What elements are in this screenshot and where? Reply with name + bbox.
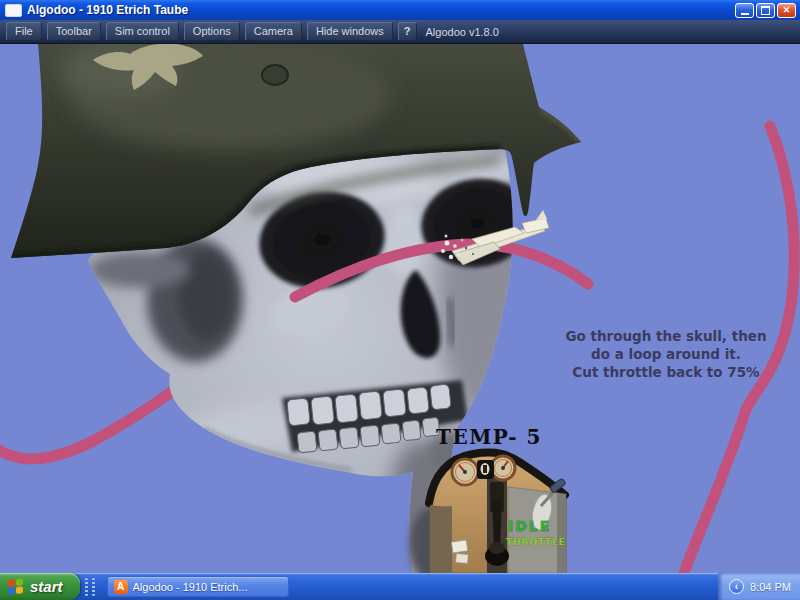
window-titlebar: Algodoo - 1910 Etrich Taube ✕ <box>0 0 800 20</box>
menu-item-options[interactable]: Options <box>184 22 240 41</box>
windows-flag-icon <box>8 578 25 596</box>
minimize-icon <box>741 13 749 15</box>
close-icon: ✕ <box>783 5 791 15</box>
gauge-center-slot <box>483 465 487 473</box>
restore-icon <box>761 6 770 15</box>
drag-handle-icon[interactable] <box>85 578 88 596</box>
start-button[interactable]: start <box>0 573 80 600</box>
instruction-text: Go through the skull, then do a loop aro… <box>565 328 766 380</box>
window-title: Algodoo - 1910 Etrich Taube <box>27 3 730 17</box>
panel-right-edge <box>557 494 566 573</box>
instruction-line-2: do a loop around it. <box>591 346 741 362</box>
simulation-scene: Go through the skull, then do a loop aro… <box>0 44 800 573</box>
system-tray: ‹ 8:04 PM <box>718 573 800 600</box>
scene-canvas[interactable]: Go through the skull, then do a loop aro… <box>0 44 800 573</box>
instruction-line-3: Cut throttle back to 75% <box>572 364 760 380</box>
algodoo-app-icon: A <box>114 580 128 594</box>
helmet-rivet <box>262 65 288 85</box>
placard-2 <box>456 553 469 563</box>
stick-knob-top <box>489 542 505 554</box>
task-label: Algodoo - 1910 Etrich... <box>133 581 248 593</box>
throttle-label: THROTTLE <box>506 536 566 547</box>
drag-handle-icon[interactable] <box>92 578 95 596</box>
close-button[interactable]: ✕ <box>777 3 796 18</box>
gauge-left <box>452 459 478 485</box>
restore-button[interactable] <box>756 3 775 18</box>
gauge-right <box>491 456 515 480</box>
menu-bar: File Toolbar Sim control Options Camera … <box>0 20 800 44</box>
menu-item-hide-windows[interactable]: Hide windows <box>307 22 393 41</box>
tray-chevron-icon[interactable]: ‹ <box>729 579 744 594</box>
taskbar: start A Algodoo - 1910 Etrich... ‹ 8:04 … <box>0 573 800 600</box>
temp-label: TEMP- 5 <box>436 425 542 449</box>
minimize-button[interactable] <box>735 3 754 18</box>
menu-item-sim-control[interactable]: Sim control <box>106 22 179 41</box>
panel-left-face <box>430 505 452 573</box>
instruction-line-1: Go through the skull, then <box>565 328 766 344</box>
menu-item-toolbar[interactable]: Toolbar <box>47 22 101 41</box>
menu-item-camera[interactable]: Camera <box>245 22 302 41</box>
start-label: start <box>30 578 63 595</box>
window-icon <box>5 4 22 17</box>
placard-1 <box>451 540 467 553</box>
quicklaunch-separator <box>80 573 100 600</box>
help-button[interactable]: ? <box>398 22 417 41</box>
taskbar-clock: 8:04 PM <box>750 581 791 593</box>
version-label: Algodoo v1.8.0 <box>426 26 499 38</box>
taskbar-task-algodoo[interactable]: A Algodoo - 1910 Etrich... <box>107 576 289 597</box>
menu-item-file[interactable]: File <box>6 22 42 41</box>
desktop: Algodoo - 1910 Etrich Taube ✕ File Toolb… <box>0 0 800 600</box>
idle-label: IDLE <box>508 518 551 534</box>
